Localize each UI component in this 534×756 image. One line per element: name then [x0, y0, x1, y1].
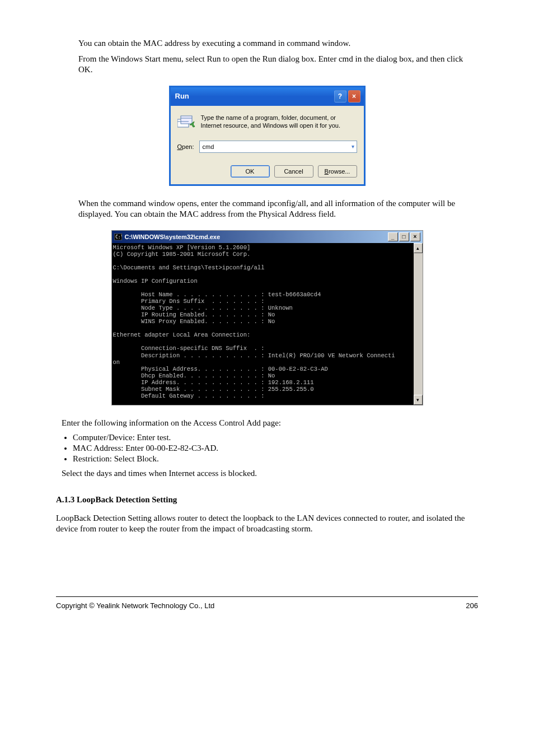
svg-rect-1	[181, 116, 192, 124]
scroll-down-icon[interactable]: ▾	[414, 395, 423, 405]
footer-copyright: Copyright © Yealink Network Technology C…	[56, 601, 214, 610]
help-button[interactable]: ?	[334, 90, 346, 102]
chevron-down-icon[interactable]: ▾	[352, 143, 354, 150]
cmd-output: Microsoft Windows XP [Version 5.1.2600] …	[112, 243, 414, 405]
open-label: Open:	[177, 143, 194, 150]
list-item: Computer/Device: Enter test.	[73, 433, 478, 442]
run-dialog-title: Run	[175, 92, 189, 100]
run-dialog: Run ? ×	[169, 86, 366, 186]
run-icon	[177, 114, 195, 130]
cancel-button[interactable]: Cancel	[274, 165, 313, 178]
open-input-value: cmd	[202, 143, 214, 150]
section-heading: A.1.3 LoopBack Detection Setting	[56, 495, 478, 505]
bullets-intro: Enter the following information on the A…	[62, 418, 478, 429]
maximize-button[interactable]: □	[399, 232, 409, 241]
bullet-list: Computer/Device: Enter test. MAC Address…	[73, 433, 478, 464]
scroll-up-icon[interactable]: ▴	[414, 243, 423, 253]
close-button[interactable]: ×	[410, 232, 420, 241]
section-paragraph: LoopBack Detection Setting allows router…	[56, 513, 478, 535]
cmd-icon: C:\	[114, 234, 122, 240]
paragraph-trailing: Select the days and times when Internet …	[62, 468, 478, 479]
run-dialog-message: Type the name of a program, folder, docu…	[201, 114, 357, 130]
list-item: MAC Address: Enter 00-00-E2-82-C3-AD.	[73, 444, 478, 453]
footer-page-number: 206	[466, 601, 478, 610]
paragraph-mid: When the command window opens, enter the…	[78, 198, 478, 220]
cmd-title-text: C:\WINDOWS\system32\cmd.exe	[125, 234, 221, 240]
browse-button[interactable]: Browse...	[318, 165, 357, 178]
open-combobox[interactable]: cmd ▾	[199, 141, 357, 153]
footer-rule	[56, 596, 478, 597]
close-button[interactable]: ×	[348, 90, 360, 102]
svg-text:C:\: C:\	[115, 235, 122, 240]
paragraph-intro1: You can obtain the MAC address by execut…	[78, 38, 478, 49]
cmd-window: C:\ C:\WINDOWS\system32\cmd.exe _ □ × Mi…	[111, 230, 423, 405]
scrollbar[interactable]: ▴ ▾	[414, 243, 423, 405]
list-item: Restriction: Select Block.	[73, 454, 478, 464]
cmd-titlebar: C:\ C:\WINDOWS\system32\cmd.exe _ □ ×	[112, 231, 423, 243]
run-dialog-titlebar: Run ? ×	[171, 87, 364, 106]
minimize-button[interactable]: _	[388, 232, 398, 241]
ok-button[interactable]: OK	[231, 165, 270, 178]
paragraph-intro2: From the Windows Start menu, select Run …	[78, 54, 478, 76]
